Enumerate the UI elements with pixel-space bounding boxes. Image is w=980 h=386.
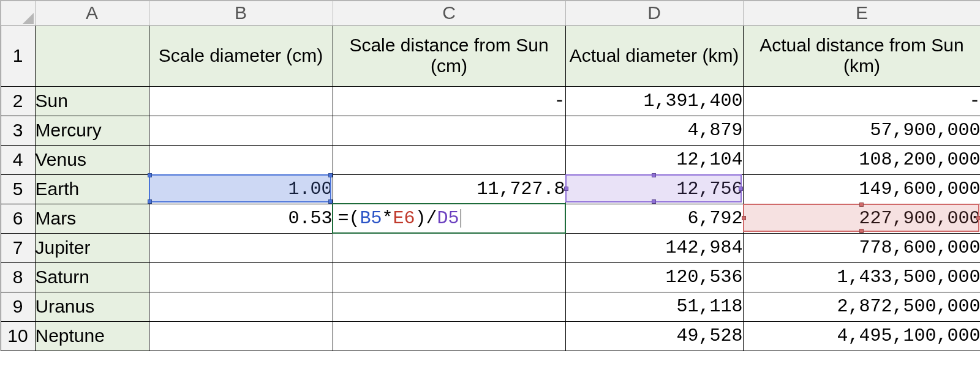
- cell-E9[interactable]: 2,872,500,000: [743, 292, 980, 321]
- cell-B2[interactable]: [149, 86, 333, 116]
- col-header-E[interactable]: E: [743, 1, 980, 25]
- cell-D3[interactable]: 4,879: [565, 116, 743, 145]
- cell-E4[interactable]: 108,200,000: [743, 145, 980, 174]
- row-header-2[interactable]: 2: [1, 86, 35, 116]
- cell-D2[interactable]: 1,391,400: [565, 86, 743, 116]
- cell-A6[interactable]: Mars: [35, 204, 149, 233]
- cell-A3[interactable]: Mercury: [35, 116, 149, 145]
- row-5: 5 Earth 1.00 11,727.8 12,756 149,600,000: [1, 174, 980, 204]
- col-header-A[interactable]: A: [35, 1, 149, 25]
- col-header-C[interactable]: C: [333, 1, 565, 25]
- row-header-6[interactable]: 6: [1, 204, 35, 233]
- row-3: 3 Mercury 4,879 57,900,000: [1, 116, 980, 145]
- select-all-triangle-icon: [23, 13, 34, 24]
- cell-E3[interactable]: 57,900,000: [743, 116, 980, 145]
- column-header-row: A B C D E: [1, 1, 980, 25]
- cell-C3[interactable]: [333, 116, 565, 145]
- cell-A2[interactable]: Sun: [35, 86, 149, 116]
- cell-A9[interactable]: Uranus: [35, 292, 149, 321]
- row-4: 4 Venus 12,104 108,200,000: [1, 145, 980, 174]
- cell-B3[interactable]: [149, 116, 333, 145]
- cell-C10[interactable]: [333, 321, 565, 351]
- cell-E1[interactable]: Actual distance from Sun (km): [743, 25, 980, 86]
- cell-A10[interactable]: Neptune: [35, 321, 149, 351]
- row-header-7[interactable]: 7: [1, 233, 35, 262]
- cell-B10[interactable]: [149, 321, 333, 351]
- cell-D7[interactable]: 142,984: [565, 233, 743, 262]
- cell-D1[interactable]: Actual diameter (km): [565, 25, 743, 86]
- row-header-8[interactable]: 8: [1, 262, 35, 292]
- cell-C9[interactable]: [333, 292, 565, 321]
- row-header-10[interactable]: 10: [1, 321, 35, 351]
- select-all-corner[interactable]: [1, 1, 35, 25]
- cell-E10[interactable]: 4,495,100,000: [743, 321, 980, 351]
- cell-C8[interactable]: [333, 262, 565, 292]
- row-header-5[interactable]: 5: [1, 174, 35, 204]
- cell-C5[interactable]: 11,727.8: [333, 174, 565, 204]
- cell-E5[interactable]: 149,600,000: [743, 174, 980, 204]
- cell-D6[interactable]: 6,792: [565, 204, 743, 233]
- cell-C2[interactable]: -: [333, 86, 565, 116]
- row-9: 9 Uranus 51,118 2,872,500,000: [1, 292, 980, 321]
- cell-A5[interactable]: Earth: [35, 174, 149, 204]
- row-10: 10 Neptune 49,528 4,495,100,000: [1, 321, 980, 351]
- row-header-9[interactable]: 9: [1, 292, 35, 321]
- cell-E7[interactable]: 778,600,000: [743, 233, 980, 262]
- cell-A8[interactable]: Saturn: [35, 262, 149, 292]
- cell-D5[interactable]: 12,756: [565, 174, 743, 204]
- cell-B4[interactable]: [149, 145, 333, 174]
- row-header-4[interactable]: 4: [1, 145, 35, 174]
- cell-B9[interactable]: [149, 292, 333, 321]
- cell-D8[interactable]: 120,536: [565, 262, 743, 292]
- spreadsheet-grid[interactable]: A B C D E 1 Scale diameter (cm) Scale di…: [0, 0, 980, 351]
- col-header-D[interactable]: D: [565, 1, 743, 25]
- cell-A7[interactable]: Jupiter: [35, 233, 149, 262]
- row-header-3[interactable]: 3: [1, 116, 35, 145]
- cell-A4[interactable]: Venus: [35, 145, 149, 174]
- row-1: 1 Scale diameter (cm) Scale distance fro…: [1, 25, 980, 86]
- cell-B1[interactable]: Scale diameter (cm): [149, 25, 333, 86]
- cell-C7[interactable]: [333, 233, 565, 262]
- cell-C1[interactable]: Scale distance from Sun (cm): [333, 25, 565, 86]
- cell-D4[interactable]: 12,104: [565, 145, 743, 174]
- cell-B8[interactable]: [149, 262, 333, 292]
- cell-E6[interactable]: 227,900,000: [743, 204, 980, 233]
- cell-D9[interactable]: 51,118: [565, 292, 743, 321]
- row-8: 8 Saturn 120,536 1,433,500,000: [1, 262, 980, 292]
- row-header-1[interactable]: 1: [1, 25, 35, 86]
- cell-E2[interactable]: -: [743, 86, 980, 116]
- cell-B5[interactable]: 1.00: [149, 174, 333, 204]
- cell-C4[interactable]: [333, 145, 565, 174]
- cell-B7[interactable]: [149, 233, 333, 262]
- cell-E8[interactable]: 1,433,500,000: [743, 262, 980, 292]
- row-6: 6 Mars 0.53 =(B5*E6)/D5 6,792 227,900,00…: [1, 204, 980, 233]
- row-2: 2 Sun - 1,391,400 -: [1, 86, 980, 116]
- col-header-B[interactable]: B: [149, 1, 333, 25]
- cell-C6-active-formula[interactable]: =(B5*E6)/D5: [333, 204, 565, 233]
- row-7: 7 Jupiter 142,984 778,600,000: [1, 233, 980, 262]
- svg-marker-0: [23, 13, 34, 24]
- cell-B6[interactable]: 0.53: [149, 204, 333, 233]
- cell-A1[interactable]: [35, 25, 149, 86]
- cell-D10[interactable]: 49,528: [565, 321, 743, 351]
